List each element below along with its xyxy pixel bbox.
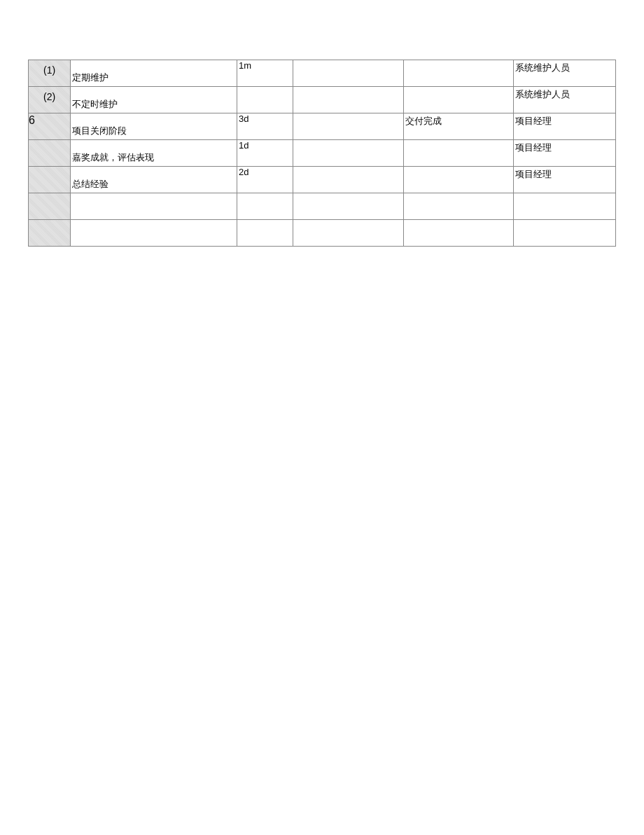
task-cell: 总结经验 — [71, 167, 237, 193]
duration-cell: 2d — [237, 167, 293, 193]
task-cell: 嘉奖成就，评估表现 — [71, 140, 237, 167]
owner-cell: 项目经理 — [514, 113, 616, 140]
col4-cell — [293, 60, 404, 87]
table-row — [29, 220, 616, 247]
col5-cell — [403, 140, 514, 167]
task-cell: 定期维护 — [71, 60, 237, 87]
table-row: (1)定期维护1m系统维护人员 — [29, 60, 616, 87]
col5-cell: 交付完成 — [403, 113, 514, 140]
index-cell — [29, 167, 71, 193]
col4-cell — [293, 113, 404, 140]
col5-cell — [403, 60, 514, 87]
owner-cell: 项目经理 — [514, 167, 616, 193]
table-row: 嘉奖成就，评估表现1d项目经理 — [29, 140, 616, 167]
index-cell — [29, 193, 71, 220]
owner-cell: 项目经理 — [514, 140, 616, 167]
duration-cell — [237, 87, 293, 113]
col5-cell — [403, 220, 514, 247]
col4-cell — [293, 167, 404, 193]
index-cell — [29, 140, 71, 167]
table-row: (2)不定时维护系统维护人员 — [29, 87, 616, 113]
col4-cell — [293, 220, 404, 247]
owner-cell: 系统维护人员 — [514, 87, 616, 113]
index-cell: (1) — [29, 60, 71, 87]
owner-cell — [514, 220, 616, 247]
owner-cell — [514, 193, 616, 220]
table-wrapper: (1)定期维护1m系统维护人员(2)不定时维护系统维护人员6项目关闭阶段3d交付… — [0, 0, 644, 247]
table-row: 6项目关闭阶段3d交付完成项目经理 — [29, 113, 616, 140]
index-cell: 6 — [29, 113, 71, 140]
project-table: (1)定期维护1m系统维护人员(2)不定时维护系统维护人员6项目关闭阶段3d交付… — [28, 60, 616, 247]
duration-cell: 3d — [237, 113, 293, 140]
task-cell — [71, 193, 237, 220]
duration-cell: 1m — [237, 60, 293, 87]
col5-cell — [403, 87, 514, 113]
task-cell: 项目关闭阶段 — [71, 113, 237, 140]
col4-cell — [293, 140, 404, 167]
index-cell: (2) — [29, 87, 71, 113]
task-cell — [71, 220, 237, 247]
duration-cell: 1d — [237, 140, 293, 167]
col5-cell — [403, 193, 514, 220]
task-cell: 不定时维护 — [71, 87, 237, 113]
col4-cell — [293, 87, 404, 113]
col5-cell — [403, 167, 514, 193]
table-row: 总结经验2d项目经理 — [29, 167, 616, 193]
table-row — [29, 193, 616, 220]
owner-cell: 系统维护人员 — [514, 60, 616, 87]
duration-cell — [237, 193, 293, 220]
duration-cell — [237, 220, 293, 247]
col4-cell — [293, 193, 404, 220]
index-cell — [29, 220, 71, 247]
